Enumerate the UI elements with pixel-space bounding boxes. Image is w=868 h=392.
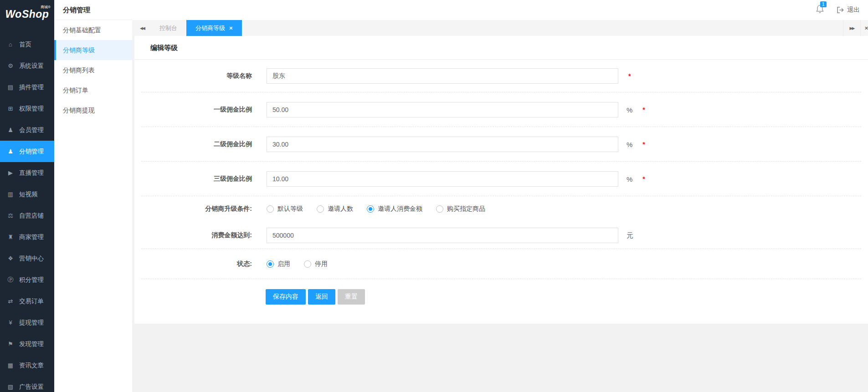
withdraw-icon: ¥ <box>6 319 15 326</box>
sidebar-item-discover[interactable]: ⚑发现管理 <box>0 333 54 355</box>
tab-distributor-level[interactable]: 分销商等级 × <box>186 20 242 36</box>
yuan-unit: 元 <box>627 231 633 240</box>
sidebar-item-label: 系统设置 <box>19 62 44 70</box>
percent-unit: % <box>627 106 632 114</box>
notification-badge: 1 <box>820 1 827 7</box>
sidebar-item-label: 发现管理 <box>19 340 44 348</box>
form-row-status: 状态: 启用 停用 <box>134 249 868 279</box>
notification-bell-button[interactable]: 1 <box>816 5 824 15</box>
upgrade-condition-label: 分销商升级条件: <box>134 205 252 213</box>
sidebar-item-permissions[interactable]: ⊞权限管理 <box>0 98 54 119</box>
radio-invite-count[interactable]: 邀请人数 <box>317 205 353 213</box>
sidebar-item-system-settings[interactable]: ⚙系统设置 <box>0 55 54 76</box>
save-button[interactable]: 保存内容 <box>266 289 306 305</box>
sidebar-item-label: 权限管理 <box>19 105 44 113</box>
percent-unit: % <box>627 175 632 183</box>
radio-status-enabled[interactable]: 启用 <box>267 260 290 268</box>
sidebar-item-label: 提现管理 <box>19 319 44 327</box>
short-video-icon: ▥ <box>6 191 15 198</box>
tabs-scroll-right-button[interactable]: ▶▶ <box>843 20 860 36</box>
trade-icon: ⇄ <box>6 298 15 305</box>
sidebar-item-short-video[interactable]: ▥短视频 <box>0 183 54 205</box>
commission3-input[interactable] <box>267 171 618 187</box>
form-row-spend-amount: 消费金额达到: 元 <box>134 222 868 249</box>
status-label: 状态: <box>134 260 252 268</box>
reset-button[interactable]: 重置 <box>338 289 365 305</box>
submenu-item-distributor-level[interactable]: 分销商等级 <box>54 40 132 60</box>
sidebar-item-label: 广告设置 <box>19 383 44 391</box>
tab-console[interactable]: 控制台 <box>150 20 186 36</box>
form-row-level-name: 等级名称 * <box>134 60 868 92</box>
sidebar-item-label: 首页 <box>19 41 31 49</box>
points-icon: Ⓟ <box>6 276 15 284</box>
submenu-item-distributor-withdraw[interactable]: 分销商提现 <box>54 100 132 120</box>
sidebar-item-label: 短视频 <box>19 190 38 199</box>
sidebar-item-label: 会员管理 <box>19 126 44 134</box>
back-button[interactable]: 返回 <box>308 289 335 305</box>
sidebar-item-label: 插件管理 <box>19 83 44 92</box>
tab-label: 分销商等级 <box>195 24 225 32</box>
form-row-upgrade-condition: 分销商升级条件: 默认等级 邀请人数 邀请人消费金额 购买指定商品 <box>134 196 868 222</box>
submenu-item-base-config[interactable]: 分销基础配置 <box>54 20 132 40</box>
sidebar-item-label: 积分管理 <box>19 276 44 284</box>
secondary-sidebar: 分销管理 分销基础配置 分销商等级 分销商列表 分销订单 分销商提现 <box>54 0 132 392</box>
sidebar-item-label: 直播管理 <box>19 169 44 177</box>
sidebar-item-distribution[interactable]: ♟分销管理 <box>0 141 54 162</box>
sidebar-item-trade-orders[interactable]: ⇄交易订单 <box>0 290 54 312</box>
spend-amount-input[interactable] <box>267 228 618 243</box>
sidebar-item-marketing[interactable]: ❖营销中心 <box>0 248 54 269</box>
tab-label: 控制台 <box>159 24 177 32</box>
ads-icon: ▧ <box>6 383 15 390</box>
commission3-label: 三级佣金比例 <box>134 175 252 183</box>
merchant-icon: ♜ <box>6 234 15 240</box>
required-asterisk: * <box>642 106 645 113</box>
permissions-icon: ⊞ <box>6 105 15 112</box>
sidebar-item-label: 资讯文章 <box>19 361 44 370</box>
radio-status-disabled[interactable]: 停用 <box>304 260 328 268</box>
sidebar-item-label: 自营店铺 <box>19 212 44 220</box>
sidebar-item-plugins[interactable]: ▤插件管理 <box>0 76 54 98</box>
submenu-item-distributor-list[interactable]: 分销商列表 <box>54 60 132 80</box>
required-asterisk: * <box>628 72 631 80</box>
logout-icon <box>836 6 844 14</box>
close-icon: × <box>865 25 868 31</box>
self-shop-icon: ⚖ <box>6 212 15 219</box>
sidebar-item-withdraw[interactable]: ¥提现管理 <box>0 312 54 333</box>
sidebar-item-points[interactable]: Ⓟ积分管理 <box>0 269 54 290</box>
radio-default-level[interactable]: 默认等级 <box>267 205 303 213</box>
tab-bar: ◀◀ 控制台 分销商等级 × ▶▶ × <box>132 20 868 36</box>
submenu-item-distribution-orders[interactable]: 分销订单 <box>54 80 132 100</box>
marketing-icon: ❖ <box>6 255 15 262</box>
sidebar-item-home[interactable]: ⌂首页 <box>0 34 54 55</box>
commission1-input[interactable] <box>267 102 618 117</box>
sidebar-item-live[interactable]: ▶直播管理 <box>0 162 54 183</box>
commission1-label: 一级佣金比例 <box>134 106 252 114</box>
sidebar-item-self-shop[interactable]: ⚖自营店铺 <box>0 205 54 226</box>
logo[interactable]: WoShop 商城® <box>0 0 54 34</box>
chevrons-right-icon: ▶▶ <box>850 26 854 31</box>
commission2-input[interactable] <box>267 137 618 152</box>
required-asterisk: * <box>642 141 645 148</box>
tab-close-icon[interactable]: × <box>229 25 233 31</box>
level-name-input[interactable] <box>267 68 618 84</box>
sidebar-item-members[interactable]: ♟会员管理 <box>0 119 54 141</box>
level-name-label: 等级名称 <box>134 72 252 80</box>
tabbar-spacer <box>242 20 843 36</box>
radio-buy-specified-goods[interactable]: 购买指定商品 <box>436 205 485 213</box>
sidebar-item-merchant[interactable]: ♜商家管理 <box>0 226 54 248</box>
commission2-label: 二级佣金比例 <box>134 140 252 148</box>
tabs-scroll-left-button[interactable]: ◀◀ <box>134 20 150 36</box>
radio-circle-icon <box>436 205 443 213</box>
live-icon: ▶ <box>6 169 15 176</box>
sidebar-item-articles[interactable]: ▦资讯文章 <box>0 355 54 376</box>
sidebar-item-ads[interactable]: ▧广告设置 <box>0 376 54 392</box>
main-sidebar: WoShop 商城® ⌂首页 ⚙系统设置 ▤插件管理 ⊞权限管理 ♟会员管理 ♟… <box>0 0 54 392</box>
plugin-icon: ▤ <box>6 84 15 91</box>
members-icon: ♟ <box>6 127 15 133</box>
tabs-close-all-button[interactable]: × <box>860 20 868 36</box>
spend-amount-label: 消费金额达到: <box>134 231 252 239</box>
radio-circle-icon <box>317 205 324 213</box>
radio-invitee-spend-amount[interactable]: 邀请人消费金额 <box>367 205 422 213</box>
logout-button[interactable]: 退出 <box>836 6 860 14</box>
discover-icon: ⚑ <box>6 341 15 347</box>
